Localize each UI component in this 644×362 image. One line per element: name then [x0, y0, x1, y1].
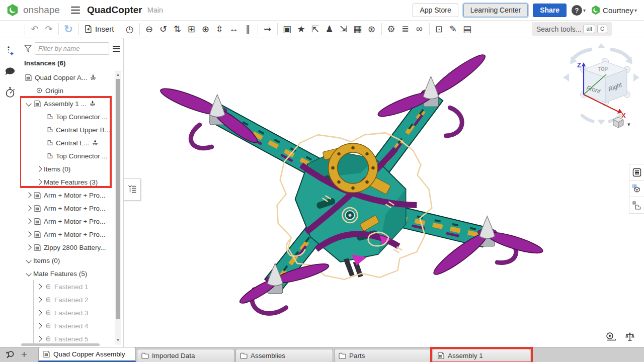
- insert-icon[interactable]: Insert: [81, 22, 117, 36]
- tree-scrollbar[interactable]: ▲ ▼: [115, 71, 121, 344]
- graphics-area[interactable]: Top Front Right Z X ▾: [124, 38, 644, 347]
- snapshot-icon[interactable]: ★: [294, 22, 308, 36]
- chevron-right-icon[interactable]: [24, 232, 33, 236]
- tree-row-fastened-4[interactable]: Fastened 4: [20, 319, 114, 332]
- insert-item-icon[interactable]: [3, 44, 17, 58]
- tree-row-arm-motor-pro[interactable]: Arm + Motor + Pro...: [20, 202, 114, 215]
- filter-icon[interactable]: [24, 45, 32, 52]
- panel-toggle-button[interactable]: [124, 178, 141, 201]
- chevron-right-icon[interactable]: [35, 311, 44, 315]
- belt-relation-icon[interactable]: ∞: [413, 22, 427, 36]
- scroll-down-icon[interactable]: ▼: [115, 337, 121, 344]
- edit-in-context-icon[interactable]: ⇱: [308, 22, 323, 36]
- folder-icon: [240, 352, 248, 359]
- chevron-right-icon[interactable]: [24, 206, 33, 210]
- rollback-icon[interactable]: ↻: [61, 22, 75, 36]
- chevron-down-icon[interactable]: [24, 102, 33, 106]
- tree-row-top-connector[interactable]: Top Connector ...: [20, 110, 114, 123]
- history-icon[interactable]: [3, 85, 17, 100]
- chevron-down-icon[interactable]: [24, 258, 33, 262]
- tree-hscrollbar-thumb[interactable]: [21, 343, 100, 346]
- scroll-up-icon[interactable]: ▲: [115, 71, 121, 78]
- workspace-name[interactable]: Main: [147, 6, 163, 14]
- tree-row-fastened-3[interactable]: Fastened 3: [20, 306, 114, 319]
- tree-row-mate-features-5[interactable]: Mate Features (5): [20, 267, 114, 280]
- help-icon[interactable]: ?: [572, 5, 582, 16]
- tab-imported-data[interactable]: Imported Data: [137, 349, 234, 362]
- chevron-right-icon[interactable]: [35, 285, 44, 289]
- tree-row-items-0[interactable]: Items (0): [20, 254, 114, 267]
- fastened-mate-icon[interactable]: ⊖: [142, 22, 156, 36]
- mass-properties-icon[interactable]: [624, 331, 636, 343]
- chevron-right-icon[interactable]: [24, 245, 33, 249]
- view-mode-dropdown[interactable]: ▾: [613, 117, 630, 128]
- tree-row-assembly-1[interactable]: Assembly 1 ...: [20, 97, 114, 110]
- rack-pinion-relation-icon[interactable]: ≣: [398, 22, 413, 36]
- explode-view-icon[interactable]: ▣: [280, 22, 294, 36]
- tree-row-origin[interactable]: Origin: [20, 84, 114, 97]
- app-store-button[interactable]: App Store: [413, 4, 458, 17]
- replicate-icon[interactable]: ⇲: [337, 22, 351, 36]
- chevron-right-icon[interactable]: [35, 337, 44, 341]
- annotation-icon[interactable]: ✎: [446, 22, 460, 36]
- tab-parts[interactable]: Parts: [334, 349, 432, 362]
- interference-icon[interactable]: ⊛: [365, 22, 379, 36]
- tab-search-icon[interactable]: [3, 347, 17, 362]
- slider-mate-icon[interactable]: ⇅: [171, 22, 185, 36]
- gear-relation-icon[interactable]: ⚙: [384, 22, 398, 36]
- parallel-mate-icon[interactable]: ∥: [241, 22, 255, 36]
- learning-center-button[interactable]: Learning Center: [463, 4, 528, 17]
- main-menu-button[interactable]: [71, 7, 80, 14]
- chevron-right-icon[interactable]: [24, 193, 33, 197]
- search-tools-box[interactable]: Search tools... alt C: [532, 22, 612, 36]
- tree-row-mate-features-3[interactable]: Mate Features (3): [20, 175, 114, 189]
- bom-icon[interactable]: ▤: [460, 22, 474, 36]
- tree-row-arm-motor-pro[interactable]: Arm + Motor + Pro...: [20, 189, 114, 202]
- ball-mate-icon[interactable]: ⊕: [199, 22, 213, 36]
- chevron-down-icon[interactable]: [24, 272, 33, 276]
- tree-row-central-upper-b[interactable]: Central Upper B...: [20, 123, 114, 136]
- comments-icon[interactable]: [3, 65, 17, 79]
- tree-row-fastened-2[interactable]: Fastened 2: [20, 293, 114, 306]
- named-positions-icon[interactable]: ♟: [323, 22, 337, 36]
- tree-row-items-0[interactable]: Items (0): [20, 162, 114, 175]
- share-button[interactable]: Share: [533, 4, 567, 17]
- chevron-right-icon[interactable]: [35, 180, 44, 184]
- filter-input[interactable]: [35, 42, 109, 55]
- flip-icon[interactable]: ⇝: [261, 22, 275, 36]
- display-states-icon[interactable]: ▦: [351, 22, 365, 36]
- tree-row-zippy-2800-battery[interactable]: Zippy 2800 Battery...: [20, 241, 114, 254]
- part-icon: [45, 126, 54, 133]
- configurations-panel-icon[interactable]: [629, 180, 644, 197]
- tree-row-central-l[interactable]: Central L...: [20, 136, 114, 149]
- add-tab-button[interactable]: +: [17, 347, 31, 362]
- tree-row-arm-motor-pro[interactable]: Arm + Motor + Pro...: [20, 215, 114, 228]
- measure-icon[interactable]: [605, 331, 617, 343]
- tree-row-fastened-1[interactable]: Fastened 1: [20, 280, 114, 293]
- tree-row-quad-copper-a[interactable]: Quad Copper A...: [20, 71, 114, 84]
- chevron-right-icon[interactable]: [35, 324, 44, 328]
- chevron-right-icon[interactable]: [35, 298, 44, 302]
- view-cube[interactable]: Top Front Right Z X ▾: [561, 41, 641, 131]
- appearance-panel-icon[interactable]: [629, 197, 644, 214]
- chevron-right-icon[interactable]: [24, 219, 33, 223]
- list-view-icon[interactable]: [112, 45, 120, 52]
- revolute-mate-icon[interactable]: ↺: [156, 22, 171, 36]
- planar-mate-icon[interactable]: ⊞: [185, 22, 199, 36]
- tree-row-arm-motor-pro[interactable]: Arm + Motor + Pro...: [20, 228, 114, 241]
- tab-assembly-1[interactable]: Assembly 1: [433, 349, 530, 362]
- tree-row-top-connector[interactable]: Top Connector ...: [20, 149, 114, 162]
- scrollbar-thumb[interactable]: [116, 79, 120, 319]
- undo-icon[interactable]: ↶: [28, 22, 42, 36]
- tab-assemblies[interactable]: Assemblies: [235, 349, 333, 362]
- redo-icon[interactable]: ↷: [42, 22, 56, 36]
- sketch-icon[interactable]: ⊡: [432, 22, 446, 36]
- translate-mate-icon[interactable]: ↔: [227, 22, 241, 36]
- cylindrical-mate-icon[interactable]: ⇳: [213, 22, 227, 36]
- bom-table-panel-icon[interactable]: [629, 164, 644, 180]
- chevron-right-icon[interactable]: [35, 167, 44, 171]
- mate-connector-icon[interactable]: ◷: [123, 22, 137, 36]
- user-menu[interactable]: Courtney ▾: [591, 5, 637, 15]
- help-menu[interactable]: ? ▾: [572, 5, 586, 16]
- tab-quad-copper-assembly[interactable]: Quad Copper Assembly: [38, 347, 136, 362]
